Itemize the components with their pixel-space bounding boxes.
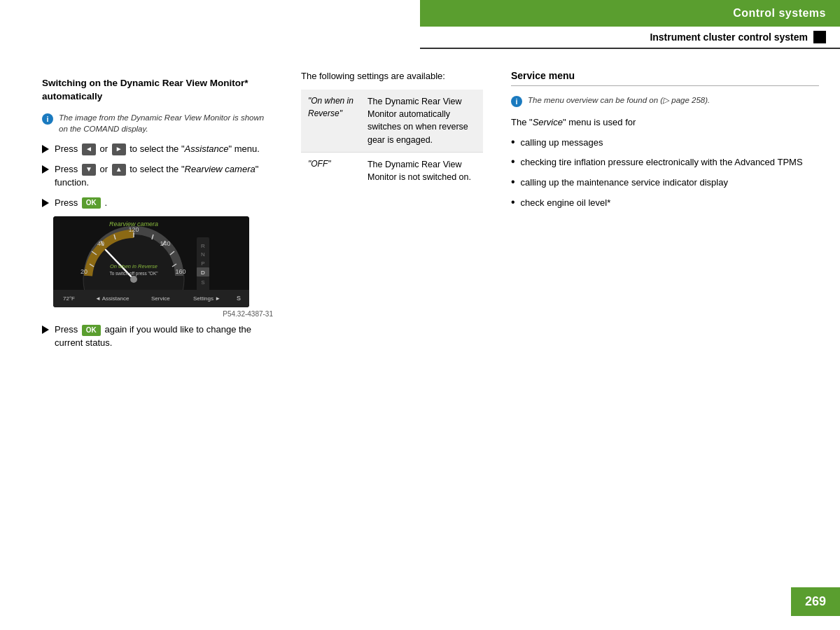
- svg-text:◄ Assistance: ◄ Assistance: [95, 295, 130, 302]
- svg-point-17: [130, 276, 137, 283]
- arrow-icon-1: [42, 145, 49, 153]
- middle-column: The following settings are available: "O…: [294, 56, 497, 602]
- list-item-text: checking tire inflation pressure electro…: [521, 156, 803, 169]
- list-item: checking tire inflation pressure electro…: [511, 156, 819, 169]
- svg-text:N: N: [201, 251, 205, 258]
- svg-text:Service: Service: [151, 295, 170, 302]
- btn-ok-2[interactable]: OK: [82, 325, 101, 337]
- service-info-box: i The menu overview can be found on (▷ p…: [511, 94, 819, 107]
- btn-up[interactable]: ▲: [112, 164, 126, 176]
- page-number: 269: [805, 594, 826, 608]
- service-italic: Service: [533, 117, 563, 127]
- list-item: check engine oil level*: [511, 197, 819, 210]
- right-column: Service menu i The menu overview can be …: [497, 56, 840, 602]
- info-icon: i: [42, 113, 53, 125]
- svg-text:72°F: 72°F: [63, 295, 75, 302]
- table-value-2: The Dynamic Rear View Monitor is not swi…: [360, 152, 483, 189]
- control-systems-title: Control systems: [733, 7, 826, 19]
- subtitle-bar: Instrument cluster control system: [420, 27, 840, 49]
- step2-content: Press ▼ or ▲ to select the "Rearview cam…: [55, 163, 273, 190]
- svg-text:On when in Reverse: On when in Reverse: [110, 263, 158, 270]
- arrow-icon-3: [42, 199, 49, 207]
- divider: [511, 85, 819, 86]
- svg-text:D: D: [201, 270, 205, 276]
- settings-table: "On when inReverse" The Dynamic Rear Vie…: [301, 90, 483, 189]
- step3-item: Press OK .: [42, 197, 273, 210]
- final-step-content: Press OK again if you would like to chan…: [55, 323, 273, 350]
- svg-text:P: P: [201, 260, 204, 267]
- svg-text:40: 40: [97, 240, 104, 247]
- settings-intro: The following settings are available:: [301, 70, 483, 83]
- info-text: The image from the Dynamic Rear View Mon…: [59, 112, 273, 134]
- service-info-text: The menu overview can be found on (▷ pag…: [528, 94, 710, 106]
- step1-item: Press ◄ or ► to select the "Assistance" …: [42, 143, 273, 156]
- list-item: calling up the maintenance service indic…: [511, 176, 819, 190]
- table-row: "On when inReverse" The Dynamic Rear Vie…: [301, 90, 483, 152]
- list-item-text: calling up messages: [521, 136, 603, 150]
- service-menu-title: Service menu: [511, 70, 819, 81]
- page-number-box: 269: [791, 587, 840, 616]
- list-item-text: calling up the maintenance service indic…: [521, 176, 728, 190]
- svg-text:160: 160: [175, 268, 186, 275]
- svg-text:S: S: [201, 279, 204, 286]
- final-step-item: Press OK again if you would like to chan…: [42, 323, 273, 350]
- step1-content: Press ◄ or ► to select the "Assistance" …: [55, 143, 260, 156]
- svg-text:140: 140: [160, 240, 170, 247]
- service-info-icon: i: [511, 96, 522, 107]
- arrow-icon-2: [42, 165, 49, 174]
- arrow-icon-4: [42, 326, 49, 334]
- btn-ok-1[interactable]: OK: [82, 197, 101, 209]
- table-key-2: "OFF": [301, 152, 360, 189]
- green-title-bar: Control systems: [420, 0, 840, 27]
- svg-text:S: S: [237, 295, 241, 302]
- btn-down[interactable]: ▼: [82, 164, 96, 176]
- table-row: "OFF" The Dynamic Rear View Monitor is n…: [301, 152, 483, 189]
- dashboard-container: 20 40 120 140 160 On when in Reverse To …: [53, 216, 249, 307]
- service-list: calling up messages checking tire inflat…: [511, 136, 819, 210]
- table-key-1: "On when inReverse": [301, 90, 360, 152]
- header: Control systems Instrument cluster contr…: [420, 0, 840, 49]
- subtitle-text: Instrument cluster control system: [650, 31, 808, 43]
- left-column: Switching on the Dynamic Rear View Monit…: [0, 56, 294, 602]
- black-square-icon: [813, 31, 826, 43]
- list-item: calling up messages: [511, 136, 819, 150]
- svg-text:Settings ►: Settings ►: [193, 295, 220, 302]
- list-item-text: check engine oil level*: [521, 197, 611, 210]
- dashboard-svg: 20 40 120 140 160 On when in Reverse To …: [53, 216, 249, 307]
- service-desc: The "Service" menu is used for: [511, 115, 819, 130]
- svg-text:Rearview camera: Rearview camera: [109, 220, 158, 227]
- info-box: i The image from the Dynamic Rear View M…: [42, 112, 273, 134]
- step3-content: Press OK .: [55, 197, 107, 210]
- dashboard-caption: P54.32-4387-31: [42, 310, 273, 318]
- table-value-1: The Dynamic Rear View Monitor automatica…: [360, 90, 483, 152]
- section-title: Switching on the Dynamic Rear View Monit…: [42, 77, 273, 104]
- svg-text:R: R: [201, 243, 205, 249]
- btn-right[interactable]: ►: [112, 144, 126, 155]
- svg-text:To switch off press "OK": To switch off press "OK": [109, 271, 158, 276]
- svg-text:20: 20: [80, 268, 88, 275]
- btn-left[interactable]: ◄: [82, 144, 96, 155]
- step2-item: Press ▼ or ▲ to select the "Rearview cam…: [42, 163, 273, 190]
- content-area: Switching on the Dynamic Rear View Monit…: [0, 56, 840, 602]
